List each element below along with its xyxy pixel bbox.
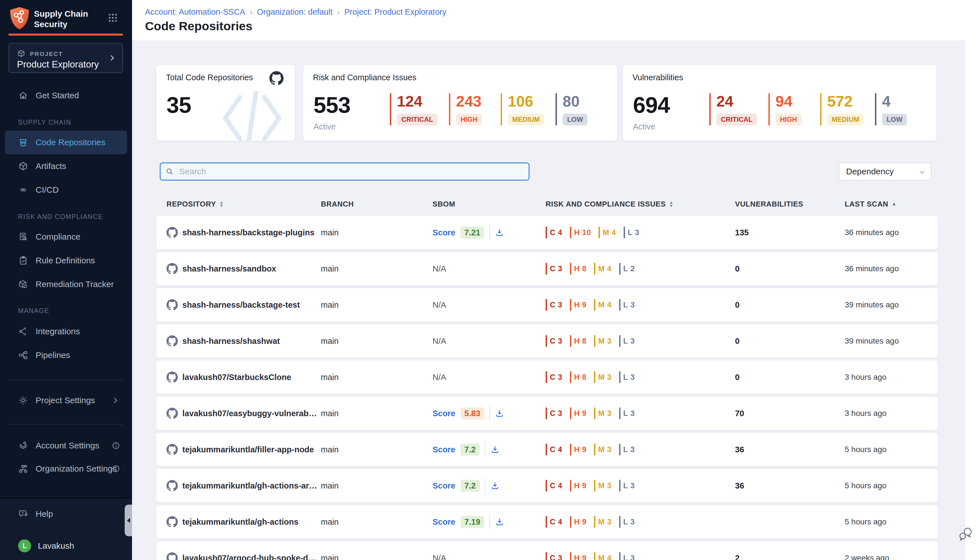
breadcrumb-organization[interactable]: Organization: default	[257, 7, 333, 17]
github-icon	[167, 263, 178, 274]
vulnerabilities-cell: 0	[735, 300, 845, 310]
sort-icon[interactable]: ▲▼	[219, 201, 224, 207]
repo-name[interactable]: shash-harness/sandbox	[182, 264, 276, 273]
table-row[interactable]: shash-harness/backstage-plugins main Sco…	[156, 216, 938, 249]
chat-support-icon[interactable]	[959, 526, 973, 542]
sidebar-item-help[interactable]: ? Help	[0, 503, 132, 525]
severity-bar	[570, 480, 571, 492]
repo-name[interactable]: tejakummarikuntla/gh-actions-artifacts	[182, 481, 318, 490]
severity-bar	[546, 263, 547, 275]
sidebar-item-get-started[interactable]: Get Started	[0, 84, 132, 107]
page-title: Code Repositories	[145, 19, 252, 33]
medium-chip: M3	[594, 371, 612, 383]
download-sbom-icon[interactable]	[491, 445, 499, 454]
module-grid-icon[interactable]	[107, 12, 118, 23]
sbom-na: N/A	[433, 300, 446, 310]
severity-low: 80 LOW	[556, 93, 596, 125]
breadcrumb-separator: ›	[337, 8, 340, 17]
severity-bar	[570, 371, 571, 383]
sidebar-item-artifacts[interactable]: Artifacts	[0, 155, 132, 177]
table-row[interactable]: tejakummarikuntla/filler-app-node main S…	[156, 433, 938, 466]
divider	[485, 442, 485, 457]
vulnerabilities-cell: 2	[735, 553, 845, 560]
repo-name[interactable]: shash-harness/shashwat	[182, 337, 280, 346]
sidebar-item-organization-settings[interactable]: Organization Settings	[0, 457, 132, 480]
table-row[interactable]: tejakummarikuntla/gh-actions-artifacts m…	[156, 469, 938, 502]
sidebar-item-pipelines[interactable]: Pipelines	[0, 344, 132, 367]
sort-icon[interactable]: ▲▼	[669, 201, 673, 207]
sidebar-item-remediation-tracker[interactable]: Remediation Tracker	[0, 273, 132, 295]
sort-ascending-icon[interactable]: ▲	[892, 201, 897, 207]
sidebar-collapse-handle[interactable]	[125, 505, 132, 536]
critical-chip: C4	[546, 227, 563, 238]
user-menu[interactable]: L Lavakush	[0, 535, 132, 557]
filter-dropdown[interactable]: Dependency	[839, 162, 932, 180]
repo-name[interactable]: lavakush07/easybuggy-vulnerable-app...	[182, 409, 318, 418]
severity-bar	[546, 480, 547, 492]
medium-chip: M3	[594, 443, 612, 455]
severity-bar	[546, 227, 547, 238]
layers-gear-icon	[18, 440, 28, 451]
sidebar-item-cicd[interactable]: CI/CD	[0, 178, 132, 201]
vulnerabilities-cell: 36	[735, 445, 845, 454]
sidebar-section-supply-chain: SUPPLY CHAIN	[18, 119, 71, 126]
sidebar-item-account-settings[interactable]: Account Settings	[0, 434, 132, 457]
branch-cell: main	[321, 264, 433, 273]
sbom-score-label: Score	[433, 445, 456, 454]
sidebar-item-compliance[interactable]: Compliance	[0, 225, 132, 248]
repo-name[interactable]: shash-harness/backstage-test	[182, 300, 300, 310]
download-sbom-icon[interactable]	[495, 517, 504, 527]
sidebar-item-project-settings[interactable]: Project Settings	[0, 389, 132, 412]
critical-chip: C4	[546, 516, 563, 528]
github-icon	[167, 227, 178, 238]
branch-cell: main	[321, 517, 433, 527]
sbom-score: Score 5.83	[433, 406, 504, 421]
vulnerabilities-cell: 36	[735, 481, 845, 490]
severity-bar	[619, 443, 621, 455]
medium-chip: M4	[598, 227, 616, 238]
vulnerabilities-card: Vulnerabilities 694 Active 24 CRITICAL 9…	[623, 65, 937, 141]
repo-name[interactable]: tejakummarikuntla/filler-app-node	[182, 445, 314, 454]
table-row[interactable]: lavakush07/StarbucksClone main N/A C3 H8	[156, 360, 938, 394]
scrollbar[interactable]	[965, 40, 977, 560]
table-row[interactable]: shash-harness/backstage-test main N/A C3…	[156, 288, 938, 322]
breadcrumb-account[interactable]: Account: Automation-SSCA	[145, 7, 246, 17]
search-input[interactable]	[160, 162, 529, 180]
sidebar-item-code-repositories[interactable]: Code Repositories	[5, 130, 127, 154]
breadcrumb-separator: ›	[250, 8, 252, 17]
sidebar-item-rule-definitions[interactable]: Rule Definitions	[0, 249, 132, 272]
table-row[interactable]: tejakummarikuntla/gh-actions main Score …	[156, 505, 938, 538]
severity-low: 4 LOW	[875, 93, 915, 125]
github-icon	[269, 71, 284, 85]
repo-name[interactable]: lavakush07/argocd-hub-spoke-demo	[182, 553, 318, 560]
last-scan-cell: 5 hours ago	[845, 445, 938, 454]
table-row[interactable]: lavakush07/easybuggy-vulnerable-app... m…	[156, 397, 938, 430]
table-row[interactable]: shash-harness/sandbox main N/A C3 H8 M4	[156, 252, 938, 285]
sidebar-item-integrations[interactable]: Integrations	[0, 320, 132, 343]
critical-chip: C3	[546, 263, 563, 275]
branch-cell: main	[321, 553, 433, 560]
severity-critical: 124 CRITICAL	[390, 93, 438, 125]
page-header	[132, 0, 977, 40]
download-sbom-icon[interactable]	[495, 228, 504, 237]
app-title: Supply Chain Security	[34, 8, 88, 29]
severity-bar	[619, 371, 621, 383]
download-sbom-icon[interactable]	[491, 481, 499, 490]
divider	[489, 514, 490, 530]
total-repos-count: 35	[167, 92, 191, 118]
high-chip: H9	[570, 516, 587, 528]
sbom-score: Score 7.19	[433, 514, 504, 530]
critical-chip: C3	[546, 299, 563, 311]
project-selector[interactable]: PROJECT Product Exploratory	[8, 43, 123, 73]
repo-name[interactable]: tejakummarikuntla/gh-actions	[182, 517, 299, 527]
sbom-score-value: 7.2	[461, 443, 480, 456]
sidebar-divider	[8, 380, 123, 380]
breadcrumb-project[interactable]: Project: Product Exploratory	[344, 7, 446, 17]
repo-name[interactable]: lavakush07/StarbucksClone	[182, 373, 291, 382]
sbom-na: N/A	[433, 264, 446, 273]
risk-issues-cell: C3 H9 M4 L3	[546, 552, 735, 560]
table-row[interactable]: shash-harness/shashwat main N/A C3 H8 M3	[156, 324, 938, 358]
download-sbom-icon[interactable]	[495, 409, 504, 418]
table-row[interactable]: lavakush07/argocd-hub-spoke-demo main N/…	[156, 542, 938, 560]
repo-name[interactable]: shash-harness/backstage-plugins	[182, 228, 314, 237]
